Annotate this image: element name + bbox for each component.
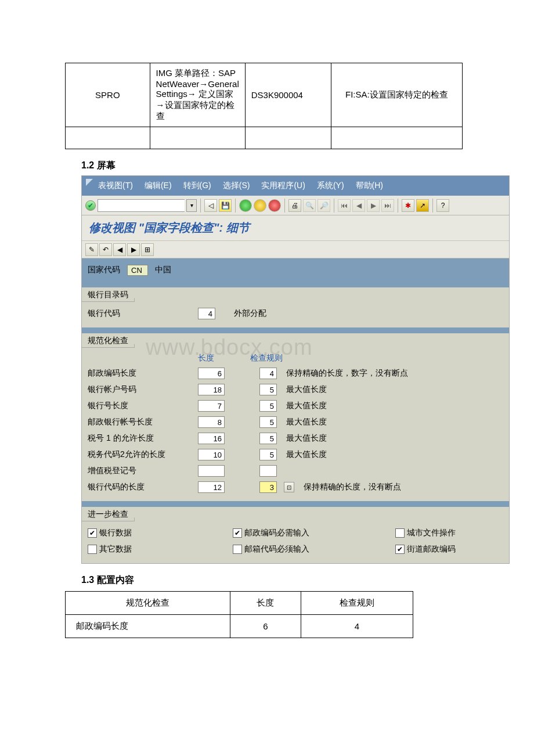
group-bank-key: 银行目录码 银行代码 外部分配	[82, 282, 509, 327]
check-row: 银行号长度最大值长度	[88, 398, 503, 414]
check-row-label: 邮政银行帐号长度	[88, 417, 192, 427]
menu-system[interactable]: 系统(Y)	[317, 181, 344, 191]
other-entry-icon[interactable]: ✎	[85, 243, 98, 256]
undo-icon[interactable]: ↶	[99, 243, 112, 256]
rule-field[interactable]	[259, 416, 277, 428]
config-content-table: 规范化检查 长度 检查规则 邮政编码长度 6 4	[65, 591, 413, 638]
top-cell-path: IMG 菜单路径：SAP NetWeaver→General Settings→…	[150, 63, 245, 127]
sap-toolbar: ✔ ▾ ◁ 💾 🖨 🔍 🔎 ⏮ ◀ ▶ ⏭ ✱ ↗ ?	[82, 196, 509, 215]
length-field[interactable]	[198, 481, 225, 493]
bank-data-label: 银行数据	[99, 528, 132, 538]
prev-entry-icon[interactable]: ◀	[113, 243, 126, 256]
length-field[interactable]	[198, 449, 225, 460]
street-postal-label: 街道邮政编码	[407, 544, 456, 555]
rule-field[interactable]	[259, 481, 277, 493]
postal-required-checkbox[interactable]: ✔	[233, 528, 242, 538]
check-row-label: 增值税登记号	[88, 466, 192, 476]
length-field[interactable]	[198, 400, 225, 412]
new-session-icon[interactable]: ✱	[402, 199, 414, 212]
command-field[interactable]	[98, 199, 185, 212]
check-row: 税务代码2允许的长度最大值长度	[88, 447, 503, 463]
cancel-icon[interactable]	[268, 199, 281, 212]
check-row: 银行帐户号码最大值长度	[88, 381, 503, 398]
rule-desc: 保持精确的长度，数字，没有断点	[286, 368, 408, 379]
section-1-3-heading: 1.3 配置内容	[81, 574, 534, 586]
find-next-icon: 🔎	[317, 199, 330, 212]
check-row: 增值税登记号	[88, 463, 503, 479]
country-name: 中国	[155, 265, 171, 275]
save-icon[interactable]: 💾	[219, 199, 232, 212]
menu-select[interactable]: 选择(S)	[223, 181, 250, 191]
cfg-r1c3: 4	[301, 615, 413, 638]
rule-field[interactable]	[259, 384, 277, 395]
check-row: 银行代码的长度⊡保持精确的长度，没有断点	[88, 479, 503, 495]
check-row: 邮政编码长度保持精确的长度，数字，没有断点	[88, 365, 503, 381]
menu-help[interactable]: 帮助(H)	[356, 181, 383, 191]
back-nav-icon[interactable]: ◁	[204, 199, 217, 212]
first-page-icon: ⏮	[338, 199, 351, 212]
rule-desc: 最大值长度	[286, 449, 327, 460]
street-postal-checkbox[interactable]: ✔	[395, 545, 405, 554]
bank-data-checkbox[interactable]: ✔	[88, 528, 97, 538]
check-row-label: 银行帐户号码	[88, 384, 192, 395]
rule-field[interactable]	[259, 449, 277, 460]
rule-desc: 保持精确的长度，没有断点	[304, 482, 401, 492]
enter-icon[interactable]: ✔	[85, 200, 96, 211]
shortcut-icon[interactable]: ↗	[416, 199, 429, 212]
view-title: 修改视图 "国家字段检查": 细节	[82, 215, 509, 241]
cfg-h1: 规范化检查	[66, 592, 230, 615]
top-config-table: SPRO IMG 菜单路径：SAP NetWeaver→General Sett…	[65, 63, 463, 149]
check-row: 邮政银行帐号长度最大值长度	[88, 414, 503, 430]
cfg-r1c2: 6	[230, 615, 301, 638]
find-icon: 🔍	[303, 199, 316, 212]
postal-required-label: 邮政编码必需输入	[244, 528, 309, 538]
rule-desc: 最大值长度	[286, 401, 327, 411]
length-field[interactable]	[198, 384, 225, 395]
sap-subtoolbar: ✎ ↶ ◀ ▶ ⊞	[82, 241, 509, 258]
help-icon[interactable]: ?	[436, 199, 449, 212]
rule-desc: 最大值长度	[286, 433, 327, 444]
rule-field[interactable]	[259, 433, 277, 444]
bank-code-label: 银行代码	[88, 308, 192, 319]
top-cell-tcode: SPRO	[66, 63, 150, 127]
other-data-checkbox[interactable]	[88, 545, 97, 554]
country-row: 国家代码 CN 中国	[82, 258, 509, 282]
value-help-icon[interactable]: ⊡	[284, 482, 294, 492]
sap-menubar: 表视图(T) 编辑(E) 转到(G) 选择(S) 实用程序(U) 系统(Y) 帮…	[82, 176, 509, 196]
menu-utilities[interactable]: 实用程序(U)	[261, 181, 305, 191]
menu-edit[interactable]: 编辑(E)	[145, 181, 172, 191]
rule-field[interactable]	[259, 368, 277, 379]
next-page-icon: ▶	[367, 199, 380, 212]
check-row: 税号 1 的允许长度最大值长度	[88, 430, 503, 447]
group-bank-key-tab: 银行目录码	[82, 287, 135, 302]
other-data-label: 其它数据	[99, 544, 132, 555]
next-entry-icon[interactable]: ▶	[127, 243, 140, 256]
rule-field[interactable]	[259, 400, 277, 412]
length-field[interactable]	[198, 416, 225, 428]
country-code-field[interactable]: CN	[127, 265, 148, 276]
rule-field[interactable]	[259, 465, 277, 477]
print-icon[interactable]: 🖨	[288, 199, 301, 212]
bank-code-field[interactable]	[198, 308, 215, 319]
last-page-icon: ⏭	[381, 199, 394, 212]
length-field[interactable]	[198, 465, 225, 477]
position-icon[interactable]: ⊞	[141, 243, 154, 256]
group-further-checks: 进一步检查 ✔ 银行数据 ✔ 邮政编码必需输入 城市文件操作	[82, 501, 509, 563]
top-cell-desc: FI:SA:设置国家特定的检查	[331, 63, 462, 127]
column-rule-header: 检查规则	[250, 353, 283, 363]
pobox-required-label: 邮箱代码必须输入	[244, 544, 309, 555]
prev-page-icon: ◀	[352, 199, 365, 212]
command-dropdown-icon[interactable]: ▾	[186, 199, 197, 212]
length-field[interactable]	[198, 368, 225, 379]
rule-desc: 最大值长度	[286, 384, 327, 395]
back-icon[interactable]	[239, 199, 252, 212]
city-file-checkbox[interactable]	[395, 528, 405, 538]
section-1-2-heading: 1.2 屏幕	[81, 160, 534, 172]
pobox-required-checkbox[interactable]	[233, 545, 242, 554]
menu-table-view[interactable]: 表视图(T)	[98, 181, 133, 191]
menu-goto[interactable]: 转到(G)	[183, 181, 211, 191]
group-further-checks-tab: 进一步检查	[82, 507, 135, 521]
length-field[interactable]	[198, 433, 225, 444]
exit-icon[interactable]	[254, 199, 266, 212]
group-formal-checks-tab: 规范化检查	[82, 333, 135, 348]
